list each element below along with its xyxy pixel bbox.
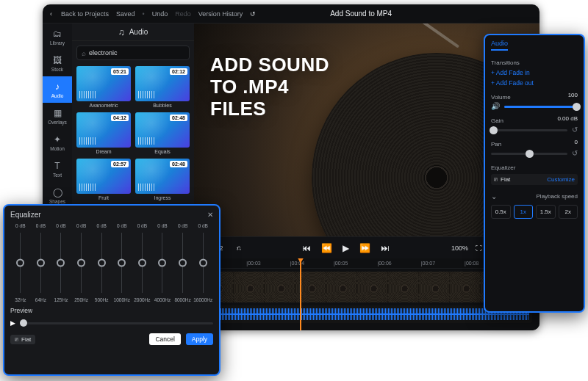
clip-image: 02:12 <box>135 66 190 101</box>
cancel-button[interactable]: Cancel <box>149 333 180 345</box>
clip-grid: 05:21Axanometric02:12Bubbles04:12Dream02… <box>72 63 194 205</box>
gain-label: Gain <box>491 117 503 124</box>
clip-thumb[interactable]: 02:48Equals <box>135 112 190 154</box>
eq-slider[interactable] <box>81 233 82 293</box>
eq-band[interactable]: 0 dB16000Hz <box>193 223 213 302</box>
eq-band[interactable]: 0 dB4000Hz <box>152 223 173 302</box>
clip-image: 02:48 <box>135 159 190 194</box>
eq-knob[interactable] <box>57 259 65 267</box>
text-icon: T <box>52 161 62 171</box>
nav-library[interactable]: 🗂Library <box>43 23 72 50</box>
gain-reset-icon[interactable]: ↺ <box>572 126 578 134</box>
eq-knob[interactable] <box>179 259 187 267</box>
close-icon[interactable]: ✕ <box>207 211 213 219</box>
chevron-left-icon[interactable]: ‹ <box>50 10 52 18</box>
search-box[interactable]: ⌕ <box>76 46 190 60</box>
eq-band[interactable]: 0 dB125Hz <box>51 223 71 302</box>
frame-back-icon[interactable]: ⎌ <box>237 244 241 252</box>
nav-label: Audio <box>51 93 64 98</box>
search-input[interactable] <box>89 49 184 57</box>
eq-db: 0 dB <box>198 223 208 228</box>
video-track[interactable] <box>203 272 532 302</box>
clip-thumb[interactable]: 02:48Ingress <box>135 159 190 200</box>
eq-knob[interactable] <box>37 259 45 267</box>
eq-knob[interactable] <box>16 259 24 267</box>
nav-audio[interactable]: ♪Audio <box>43 76 72 103</box>
clip-thumb[interactable]: 02:12Bubbles <box>135 66 190 108</box>
redo-button[interactable]: Redo <box>175 10 191 18</box>
gain-value: 0.00 dB <box>557 115 578 122</box>
pan-label: Pan <box>491 141 501 148</box>
equalizer-preset-row[interactable]: ⎚ Flat Customize <box>491 174 578 185</box>
eq-knob[interactable] <box>98 259 106 267</box>
skip-end-icon[interactable]: ⏭ <box>381 243 390 253</box>
clip-thumb[interactable]: 05:21Axanometric <box>76 66 131 108</box>
clip-thumb[interactable]: 04:12Dream <box>76 112 131 154</box>
preview-play-icon[interactable]: ▶ <box>10 319 15 327</box>
speed-0.5x[interactable]: 0.5x <box>491 205 511 219</box>
undo-button[interactable]: Undo <box>152 10 168 18</box>
eq-band[interactable]: 0 dB2000Hz <box>132 223 153 302</box>
forward-icon[interactable]: ⏩ <box>359 243 370 253</box>
clip-name: Ingress <box>135 195 190 200</box>
pan-slider[interactable] <box>491 153 567 155</box>
eq-slider[interactable] <box>121 233 122 293</box>
eq-slider[interactable] <box>162 233 162 293</box>
eq-slider[interactable] <box>203 233 204 293</box>
preset-chip[interactable]: ⎚ Flat <box>10 335 35 344</box>
eq-band[interactable]: 0 dB500Hz <box>91 223 112 302</box>
nav-overlays[interactable]: ▦Overlays <box>43 103 72 129</box>
eq-band[interactable]: 0 dB32Hz <box>10 223 31 302</box>
eq-band[interactable]: 0 dB64Hz <box>31 223 51 302</box>
nav-motion[interactable]: ✦Motion <box>43 129 72 156</box>
eq-knob[interactable] <box>158 259 166 267</box>
eq-band[interactable]: 0 dB250Hz <box>71 223 92 302</box>
speed-1x[interactable]: 1x <box>514 205 534 219</box>
preview-progress[interactable] <box>20 322 213 324</box>
waveform-icon <box>79 184 96 191</box>
speed-1.5x[interactable]: 1.5x <box>536 205 556 219</box>
eq-knob[interactable] <box>118 259 126 267</box>
volume-slider[interactable] <box>504 106 578 108</box>
playhead[interactable] <box>300 258 301 330</box>
nav-stock[interactable]: 🖼Stock <box>43 50 72 76</box>
audio-track[interactable] <box>203 305 532 323</box>
play-icon[interactable]: ▶ <box>343 243 349 253</box>
panel-tab-audio[interactable]: Audio <box>491 40 508 51</box>
motion-icon: ✦ <box>52 134 62 145</box>
eq-slider[interactable] <box>101 233 102 293</box>
skip-start-icon[interactable]: ⏮ <box>302 243 311 253</box>
zoom-value: 100% <box>451 244 468 252</box>
eq-slider[interactable] <box>60 233 61 293</box>
version-history[interactable]: Version History <box>198 10 243 18</box>
add-fade-out[interactable]: + Add Fade out <box>491 79 578 87</box>
gain-slider[interactable] <box>491 129 567 131</box>
eq-knob[interactable] <box>77 259 85 267</box>
pan-reset-icon[interactable]: ↺ <box>572 149 578 157</box>
eq-band[interactable]: 0 dB8000Hz <box>173 223 193 302</box>
eq-knob[interactable] <box>199 259 207 267</box>
nav-text[interactable]: TText <box>43 156 72 182</box>
divider: • <box>143 10 145 18</box>
add-fade-in[interactable]: + Add Fade in <box>491 69 578 76</box>
speed-2x[interactable]: 2x <box>559 205 578 219</box>
fullscreen-icon[interactable]: ⛶ <box>476 244 482 252</box>
eq-knob[interactable] <box>138 259 146 267</box>
top-bar: ‹ Back to Projects Saved • Undo Redo Ver… <box>43 4 539 23</box>
clip-thumb[interactable]: 02:57Fruit <box>76 159 131 200</box>
ruler-tick: |00:06 <box>377 261 391 266</box>
ruler-tick: |00:04 <box>290 261 304 266</box>
eq-slider[interactable] <box>20 233 21 293</box>
eq-band[interactable]: 0 dB1000Hz <box>112 223 132 302</box>
apply-button[interactable]: Apply <box>186 333 213 345</box>
chevron-down-icon[interactable]: ⌄ <box>491 192 497 200</box>
customize-link[interactable]: Customize <box>547 176 575 183</box>
eq-slider[interactable] <box>40 233 41 293</box>
rewind-icon[interactable]: ⏪ <box>321 243 332 253</box>
speaker-icon[interactable]: 🔊 <box>491 102 500 110</box>
clip-name: Fruit <box>76 195 131 200</box>
project-title[interactable]: Add Sound to MP4 <box>263 10 459 18</box>
back-to-projects[interactable]: Back to Projects <box>61 10 109 18</box>
eq-slider[interactable] <box>142 233 143 293</box>
eq-slider[interactable] <box>182 233 183 293</box>
